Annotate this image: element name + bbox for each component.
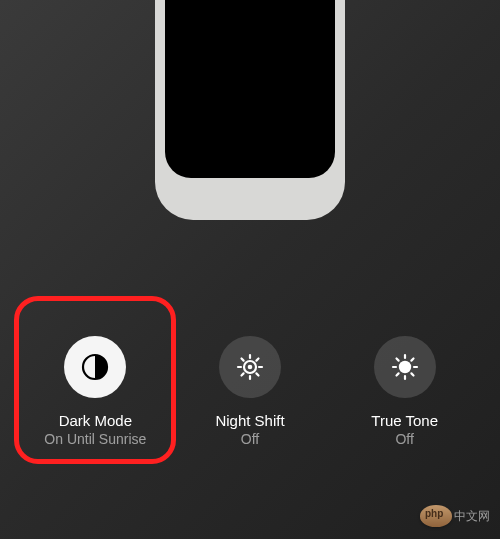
dark-mode-control[interactable]: Dark Mode On Until Sunrise (30, 336, 160, 447)
watermark: 中文网 (420, 505, 490, 527)
true-tone-status: Off (395, 431, 413, 447)
php-logo-icon (420, 505, 452, 527)
night-shift-icon (219, 336, 281, 398)
svg-line-10 (256, 359, 258, 361)
dark-mode-title: Dark Mode (59, 412, 132, 429)
phone-mockup (155, 0, 345, 220)
dark-mode-status: On Until Sunrise (44, 431, 146, 447)
true-tone-control[interactable]: True Tone Off (340, 336, 470, 447)
svg-line-9 (241, 373, 243, 375)
svg-line-7 (241, 359, 243, 361)
watermark-text: 中文网 (454, 508, 490, 525)
display-controls-row: Dark Mode On Until Sunrise Night Shif (0, 336, 500, 447)
night-shift-control[interactable]: Night Shift Off (185, 336, 315, 447)
svg-line-18 (396, 373, 398, 375)
svg-line-19 (411, 359, 413, 361)
dark-mode-icon (64, 336, 126, 398)
phone-screen (165, 0, 335, 178)
svg-line-8 (256, 373, 258, 375)
true-tone-title: True Tone (371, 412, 438, 429)
night-shift-status: Off (241, 431, 259, 447)
svg-point-2 (248, 365, 253, 370)
true-tone-icon (374, 336, 436, 398)
svg-line-16 (396, 359, 398, 361)
night-shift-title: Night Shift (215, 412, 284, 429)
svg-line-17 (411, 373, 413, 375)
svg-point-11 (398, 361, 410, 373)
